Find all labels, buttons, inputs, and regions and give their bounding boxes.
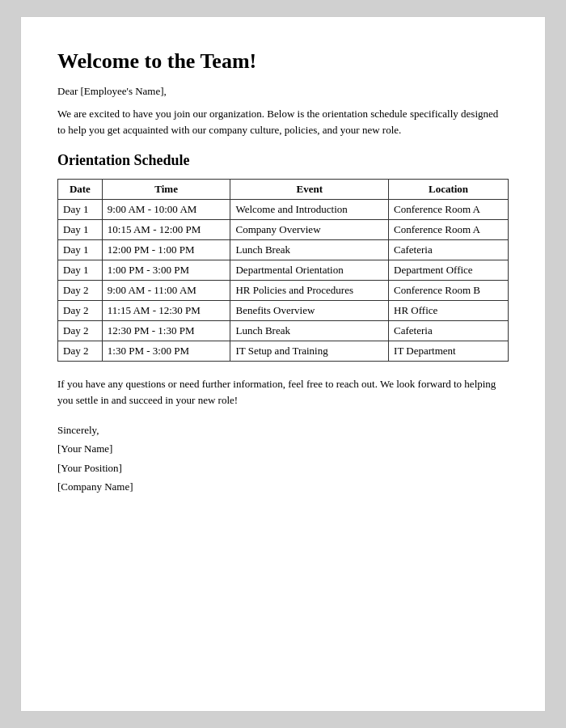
table-row: Day 11:00 PM - 3:00 PMDepartmental Orien… xyxy=(58,260,509,281)
schedule-heading: Orientation Schedule xyxy=(57,152,509,169)
page-title: Welcome to the Team! xyxy=(57,49,509,74)
table-cell: Day 2 xyxy=(58,341,103,362)
table-cell: Lunch Break xyxy=(230,321,389,341)
table-cell: Departmental Orientation xyxy=(230,260,389,281)
table-row: Day 212:30 PM - 1:30 PMLunch BreakCafete… xyxy=(58,321,509,341)
greeting: Dear [Employee's Name], xyxy=(57,85,509,98)
table-cell: Company Overview xyxy=(230,220,389,240)
table-cell: 1:30 PM - 3:00 PM xyxy=(102,341,230,362)
table-cell: HR Policies and Procedures xyxy=(230,281,389,301)
table-cell: Benefits Overview xyxy=(230,301,389,321)
col-date: Date xyxy=(58,180,103,200)
table-cell: Cafeteria xyxy=(389,240,509,260)
table-row: Day 29:00 AM - 11:00 AMHR Policies and P… xyxy=(58,281,509,301)
table-cell: Day 2 xyxy=(58,281,103,301)
table-row: Day 21:30 PM - 3:00 PMIT Setup and Train… xyxy=(58,341,509,362)
col-location: Location xyxy=(389,180,509,200)
table-row: Day 112:00 PM - 1:00 PMLunch BreakCafete… xyxy=(58,240,509,260)
table-cell: Day 1 xyxy=(58,220,103,240)
table-cell: Cafeteria xyxy=(389,321,509,341)
signoff-line1: Sincerely, xyxy=(57,421,509,439)
table-cell: IT Setup and Training xyxy=(230,341,389,362)
table-row: Day 19:00 AM - 10:00 AMWelcome and Intro… xyxy=(58,200,509,220)
table-cell: 12:00 PM - 1:00 PM xyxy=(102,240,230,260)
table-cell: Day 2 xyxy=(58,321,103,341)
table-cell: Conference Room A xyxy=(389,200,509,220)
table-cell: Day 2 xyxy=(58,301,103,321)
table-cell: 10:15 AM - 12:00 PM xyxy=(102,220,230,240)
table-cell: 9:00 AM - 11:00 AM xyxy=(102,281,230,301)
col-time: Time xyxy=(102,180,230,200)
table-cell: Day 1 xyxy=(58,260,103,281)
page: Welcome to the Team! Dear [Employee's Na… xyxy=(20,16,546,712)
table-cell: 11:15 AM - 12:30 PM xyxy=(102,301,230,321)
col-event: Event xyxy=(230,180,389,200)
signoff-line2: [Your Name] xyxy=(57,439,509,458)
intro-paragraph: We are excited to have you join our orga… xyxy=(57,106,509,138)
signoff-line4: [Company Name] xyxy=(57,477,509,496)
footer-paragraph: If you have any questions or need furthe… xyxy=(57,376,509,408)
table-cell: HR Office xyxy=(389,301,509,321)
table-cell: 12:30 PM - 1:30 PM xyxy=(102,321,230,341)
signoff-line3: [Your Position] xyxy=(57,459,509,477)
schedule-table: Date Time Event Location Day 19:00 AM - … xyxy=(57,179,509,362)
table-cell: IT Department xyxy=(389,341,509,362)
table-cell: Day 1 xyxy=(58,240,103,260)
table-cell: 9:00 AM - 10:00 AM xyxy=(102,200,230,220)
table-header-row: Date Time Event Location xyxy=(58,180,509,200)
sign-off: Sincerely, [Your Name] [Your Position] [… xyxy=(57,421,509,497)
table-cell: Lunch Break xyxy=(230,240,389,260)
table-row: Day 211:15 AM - 12:30 PMBenefits Overvie… xyxy=(58,301,509,321)
table-cell: Welcome and Introduction xyxy=(230,200,389,220)
table-cell: Department Office xyxy=(389,260,509,281)
table-row: Day 110:15 AM - 12:00 PMCompany Overview… xyxy=(58,220,509,240)
table-cell: Day 1 xyxy=(58,200,103,220)
table-cell: Conference Room A xyxy=(389,220,509,240)
table-cell: Conference Room B xyxy=(389,281,509,301)
table-cell: 1:00 PM - 3:00 PM xyxy=(102,260,230,281)
